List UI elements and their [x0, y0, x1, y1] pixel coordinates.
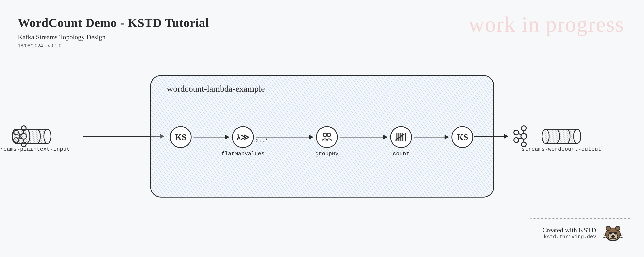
header: WordCount Demo - KSTD Tutorial Kafka Str…: [18, 16, 209, 49]
svg-point-35: [616, 226, 620, 231]
sink-node: KS: [452, 126, 473, 148]
svg-line-40: [604, 237, 606, 238]
groupby-icon: [320, 130, 334, 144]
svg-point-24: [514, 138, 519, 142]
svg-point-36: [609, 232, 612, 234]
groupby-node: groupBy: [316, 126, 338, 148]
flatmap-label: flatMapValues: [222, 151, 264, 157]
svg-point-37: [614, 232, 617, 234]
footer-line2: kstd.thriving.dev: [542, 234, 596, 240]
diagram: streams-plaintext-input wordcount-lambda…: [12, 75, 632, 202]
count-label: count: [393, 151, 409, 157]
count-node: count: [390, 126, 412, 148]
svg-point-12: [323, 133, 327, 137]
output-topic-label: streams-wordcount-output: [522, 146, 601, 152]
page-subtitle: Kafka Streams Topology Design: [18, 33, 209, 41]
svg-point-34: [606, 226, 610, 231]
groupby-label: groupBy: [315, 151, 338, 157]
flatmap-node: λ≫ 0..* flatMapValues: [232, 126, 254, 148]
cardinality-label: 0..*: [256, 138, 268, 144]
page-title: WordCount Demo - KSTD Tutorial: [18, 16, 209, 30]
ks-icon: KS: [175, 132, 186, 142]
svg-point-23: [514, 130, 519, 135]
arrow: [340, 137, 387, 137]
svg-point-20: [521, 134, 527, 139]
arrow: [414, 137, 448, 137]
svg-point-21: [522, 126, 526, 131]
source-node: KS: [170, 126, 192, 148]
arrow: [194, 137, 229, 137]
arrow: [256, 137, 313, 137]
svg-line-28: [518, 138, 522, 139]
footer-text: Created with KSTD kstd.thriving.dev: [542, 226, 596, 240]
output-topic: streams-wordcount-output: [542, 128, 581, 144]
svg-line-42: [620, 237, 622, 238]
kafka-cluster-icon: [512, 124, 536, 148]
ks-icon: KS: [457, 132, 468, 142]
footer-line1: Created with KSTD: [542, 226, 596, 234]
svg-point-13: [327, 133, 331, 137]
svg-point-31: [574, 129, 581, 143]
tally-icon: [394, 130, 408, 144]
svg-point-11: [44, 129, 51, 143]
input-topic: streams-plaintext-input: [12, 128, 52, 144]
lambda-icon: λ≫: [236, 132, 250, 142]
arrow: [474, 136, 508, 137]
page-meta: 18/08/2024 - v0.1.0: [18, 42, 209, 49]
svg-line-27: [518, 134, 522, 135]
svg-point-38: [612, 236, 614, 238]
input-topic-label: streams-plaintext-input: [0, 146, 70, 152]
topology-title: wordcount-lambda-example: [167, 84, 265, 94]
footer: Created with KSTD kstd.thriving.dev: [530, 218, 630, 247]
otter-icon: [602, 222, 624, 244]
topology-box: wordcount-lambda-example KS λ≫ 0..* flat…: [150, 75, 494, 198]
watermark: work in progress: [469, 12, 624, 37]
